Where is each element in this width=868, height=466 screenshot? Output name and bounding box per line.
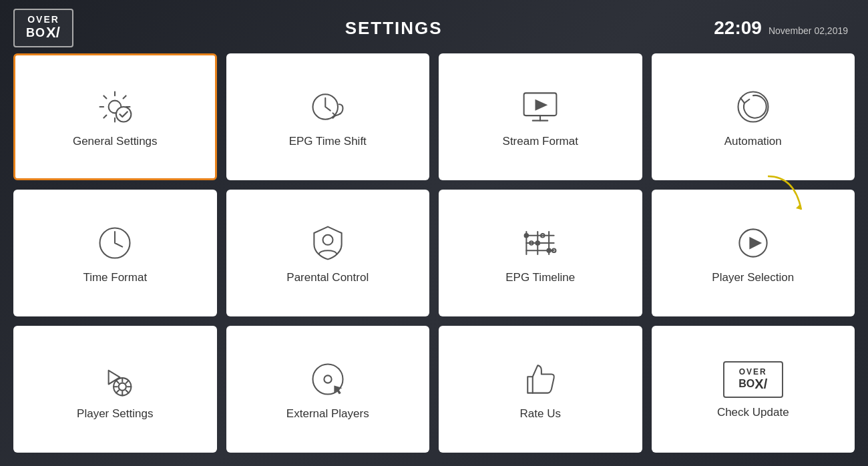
page-title: SETTINGS	[345, 18, 443, 39]
grid-item-parental-control[interactable]: Parental Control	[226, 190, 430, 316]
grid-item-player-selection[interactable]: Player Selection	[652, 190, 855, 316]
shield-person-icon	[306, 222, 349, 264]
svg-point-16	[525, 234, 529, 238]
monitor-play-icon	[519, 85, 562, 128]
svg-point-9	[322, 235, 333, 245]
external-players-label: External Players	[286, 407, 369, 421]
grid-item-epg-time-shift[interactable]: EPG Time Shift	[226, 53, 430, 180]
timeline-bars-icon	[519, 222, 562, 264]
time-display: 22:09	[714, 17, 762, 39]
date-display: November 02,2019	[769, 25, 848, 36]
clock-arrow-icon	[306, 85, 349, 128]
logo-slash: X/	[46, 24, 60, 41]
automation-label: Automation	[724, 135, 782, 148]
grid-item-time-format[interactable]: Time Format	[13, 190, 217, 316]
app-logo: OVER BO X/	[13, 9, 73, 47]
logo-over-text: OVER	[27, 15, 59, 24]
grid-item-general-settings[interactable]: General Settings	[13, 53, 217, 180]
check-update-label: Check Update	[717, 406, 789, 419]
grid-item-external-players[interactable]: External Players	[226, 326, 430, 453]
svg-point-17	[536, 241, 540, 245]
rate-us-label: Rate Us	[520, 407, 561, 421]
grid-item-check-update[interactable]: OVER BO X/ Check Update	[652, 326, 855, 453]
svg-point-18	[548, 248, 552, 252]
epg-timeline-label: EPG Timeline	[505, 271, 575, 284]
player-selection-label: Player Selection	[712, 271, 794, 284]
svg-point-37	[324, 375, 331, 383]
disc-cursor-icon	[306, 358, 349, 401]
grid-item-epg-timeline[interactable]: EPG Timeline	[439, 190, 642, 316]
grid-item-rate-us[interactable]: Rate Us	[439, 326, 642, 453]
play-circle-icon	[732, 222, 775, 264]
grid-item-player-settings[interactable]: Player Settings	[13, 326, 217, 453]
svg-marker-24	[749, 237, 762, 250]
clock-icon	[93, 222, 136, 264]
svg-point-1	[116, 107, 132, 122]
refresh-circle-icon	[732, 85, 775, 128]
logo-box-text: BO	[26, 26, 45, 40]
svg-marker-6	[535, 99, 548, 111]
thumbs-up-icon	[519, 358, 562, 401]
player-settings-label: Player Settings	[77, 407, 153, 421]
grid-item-automation[interactable]: Automation	[652, 53, 855, 180]
gear-checkmark-icon	[93, 85, 136, 128]
header-time-area: 22:09 November 02,2019	[714, 17, 848, 39]
epg-time-shift-label: EPG Time Shift	[289, 135, 367, 148]
parental-control-label: Parental Control	[286, 271, 369, 284]
grid-item-stream-format[interactable]: Stream Format	[439, 53, 642, 180]
time-format-label: Time Format	[83, 271, 147, 284]
gear-play-icon	[93, 358, 136, 401]
svg-marker-22	[796, 204, 801, 210]
stream-format-label: Stream Format	[503, 135, 578, 148]
overbox-logo-icon: OVER BO X/	[723, 359, 783, 399]
settings-grid: General Settings EPG Time Shift Stream F…	[0, 53, 868, 466]
general-settings-label: General Settings	[73, 135, 158, 148]
header: OVER BO X/ SETTINGS 22:09 November 02,20…	[0, 0, 868, 53]
